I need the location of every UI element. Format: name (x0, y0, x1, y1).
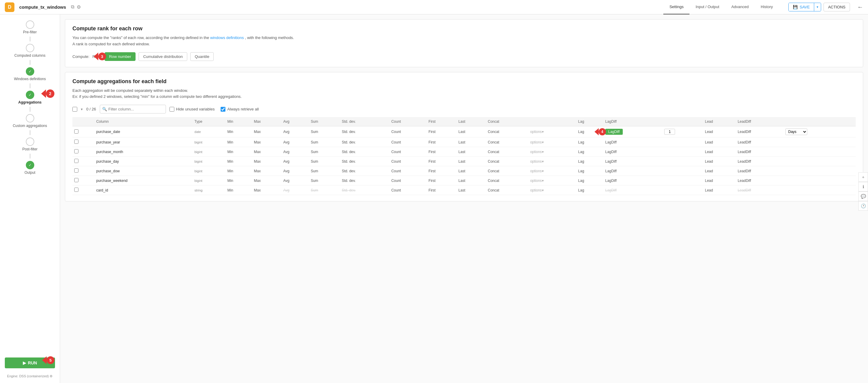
chat-icon[interactable]: 💬 (858, 192, 868, 201)
aggregations-circle: ✓ (26, 91, 34, 99)
sidebar-item-windows-definitions[interactable]: ✓ Windows definitions (0, 65, 60, 83)
table-row: purchase_dowbigintMinMaxAvgSumStd. dev.C… (72, 166, 856, 176)
col-lag-val (662, 117, 703, 126)
col-options (528, 117, 577, 126)
output-circle: ✓ (26, 161, 34, 169)
table-row: purchase_daybigintMinMaxAvgSumStd. dev.C… (72, 157, 856, 166)
clock-icon[interactable]: 🕐 (858, 201, 868, 211)
hide-unused-wrap: Hide unused variables (169, 107, 215, 112)
top-nav-actions: 💾 SAVE ▾ ACTIONS (788, 3, 850, 11)
copy-icon[interactable]: ⧉ (71, 4, 74, 10)
col-type: Type (193, 117, 226, 126)
rank-row: Compute: Rank 3 Row number Cumulative di… (72, 52, 856, 61)
rank-section-title: Compute rank for each row (72, 26, 856, 32)
connector-3 (30, 83, 30, 88)
agg-toolbar: ▾ 0 / 26 🔍 Hide unused variables Always … (72, 105, 856, 113)
tab-input-output[interactable]: Input / Output (689, 0, 725, 14)
sidebar-item-pre-filter[interactable]: Pre-filter (0, 18, 60, 37)
sidebar-item-post-filter[interactable]: Post-filter (0, 135, 60, 154)
info-icon[interactable]: ℹ (858, 182, 868, 192)
col-days (783, 117, 856, 126)
connector-1 (30, 37, 30, 41)
sidebar-item-computed-columns[interactable]: Computed columns (0, 41, 60, 60)
col-lag: Lag (577, 117, 603, 126)
lagdiff-active-btn[interactable]: LagDiff (605, 129, 623, 135)
top-nav-icons: ⧉ ⚙ (71, 4, 81, 10)
col-last: Last (457, 117, 486, 126)
col-sum: Sum (309, 117, 340, 126)
pre-filter-circle (26, 21, 34, 29)
hide-unused-checkbox[interactable] (169, 107, 174, 112)
rank-row-number-btn[interactable]: Row number (104, 52, 136, 61)
filter-column-input[interactable] (100, 105, 166, 113)
col-std-dev: Std. dev. (340, 117, 390, 126)
sidebar-item-aggregations[interactable]: 2 ✓ Aggregations (0, 88, 60, 107)
filter-input-wrap: 🔍 (100, 105, 166, 113)
agg-table: Column Type Min Max Avg Sum Std. dev. Co… (72, 117, 856, 195)
save-icon: 💾 (793, 5, 798, 9)
post-filter-label: Post-filter (20, 147, 40, 151)
windows-definitions-link[interactable]: windows definitions (210, 35, 244, 40)
custom-aggregations-label: Custom aggregations (10, 124, 49, 128)
save-dropdown-arrow[interactable]: ▾ (814, 3, 821, 11)
rank-section-desc: You can compute the "ranks" of each row,… (72, 35, 856, 47)
rank-section: Compute rank for each row You can comput… (65, 19, 863, 67)
play-icon: ▶ (23, 360, 26, 365)
col-leaddiff: LeadDiff (736, 117, 783, 126)
col-lead: Lead (703, 117, 736, 126)
always-retrieve-wrap: Always retrieve all (221, 107, 259, 112)
days-select[interactable]: DaysHoursMinutes (785, 129, 807, 135)
table-row: card_idstringMinMaxAvgSumStd. dev.CountF… (72, 185, 856, 195)
col-first: First (427, 117, 457, 126)
rank-quantile-btn[interactable]: Quantile (190, 52, 214, 61)
agg-section-desc: Each aggregation will be computed separa… (72, 88, 856, 100)
computed-columns-label: Computed columns (12, 54, 48, 58)
layout: Pre-filter Computed columns ✓ Windows de… (0, 14, 868, 383)
post-filter-circle (26, 137, 34, 146)
back-arrow[interactable]: ← (857, 4, 863, 10)
always-retrieve-label: Always retrieve all (227, 107, 259, 111)
agg-count: 0 / 26 (86, 107, 96, 111)
recipe-title: compute_tx_windows (19, 4, 66, 10)
dropdown-arrow[interactable]: ▾ (81, 107, 83, 111)
table-row: purchase_datedateMinMaxAvgSumStd. dev.Co… (72, 126, 856, 137)
plus-icon[interactable]: + (858, 172, 868, 182)
badge-5: 5 (46, 356, 54, 364)
engine-settings-icon[interactable]: ⚙ (50, 374, 53, 378)
search-icon: 🔍 (102, 107, 107, 111)
right-icons: + ℹ 💬 🕐 (858, 172, 868, 211)
windows-definitions-circle: ✓ (26, 67, 34, 76)
rank-cumulative-btn[interactable]: Cumulative distribution (138, 52, 187, 61)
windows-definitions-label: Windows definitions (11, 77, 48, 81)
agg-table-wrap: Column Type Min Max Avg Sum Std. dev. Co… (72, 117, 856, 195)
actions-button[interactable]: ACTIONS (824, 3, 850, 11)
col-min: Min (226, 117, 252, 126)
connector-6 (30, 154, 30, 159)
badge-2: 2 (46, 90, 54, 98)
table-header-row: Column Type Min Max Avg Sum Std. dev. Co… (72, 117, 856, 126)
select-all-checkbox[interactable] (72, 107, 77, 112)
connector-4 (30, 107, 30, 112)
tab-advanced[interactable]: Advanced (725, 0, 755, 14)
col-max: Max (252, 117, 282, 126)
app-icon: D (5, 2, 14, 12)
aggregations-label: Aggregations (16, 100, 44, 104)
agg-section-title: Compute aggregations for each field (72, 78, 856, 85)
col-concat: Concat (486, 117, 528, 126)
pre-filter-label: Pre-filter (21, 30, 39, 34)
computed-columns-circle (26, 44, 34, 52)
sidebar-item-custom-aggregations[interactable]: Custom aggregations (0, 112, 60, 130)
compute-label: Compute: (72, 54, 89, 59)
save-button[interactable]: 💾 SAVE ▾ (788, 3, 821, 11)
tab-history[interactable]: History (755, 0, 779, 14)
col-count: Count (390, 117, 427, 126)
sidebar-item-output[interactable]: ✓ Output (0, 159, 60, 177)
engine-text: Engine: DSS (containerized) ⚙ (5, 373, 55, 379)
hide-unused-label: Hide unused variables (176, 107, 215, 111)
always-retrieve-checkbox[interactable] (221, 107, 225, 112)
col-checkbox (72, 117, 94, 126)
save-main[interactable]: 💾 SAVE (789, 3, 814, 11)
settings-icon[interactable]: ⚙ (76, 4, 81, 10)
tab-settings[interactable]: Settings (663, 0, 689, 14)
table-row: purchase_weekendbigintMinMaxAvgSumStd. d… (72, 176, 856, 185)
